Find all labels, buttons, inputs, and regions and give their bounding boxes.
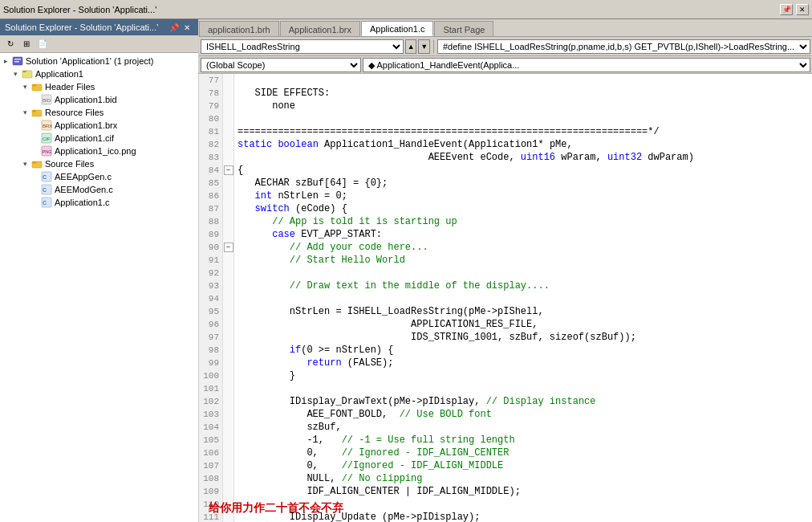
expand-icon-resource-files[interactable]: ▾ [19, 107, 30, 118]
tree-item-source-files[interactable]: ▾Source Files [0, 157, 198, 170]
tree-item-app1-cif[interactable]: CIFApplication1.cif [0, 132, 198, 145]
close-button[interactable]: ✕ [796, 4, 809, 15]
code-line-27: AEE_FONT_BOLD, // Use BOLD font [238, 408, 809, 421]
code-line-11: switch (eCode) { [238, 202, 809, 215]
tree-label-source-files: Source Files [45, 159, 94, 169]
expand-icon-source-files[interactable]: ▾ [19, 158, 30, 169]
code-line-2: SIDE EFFECTS: [238, 87, 809, 100]
context-dropdown[interactable]: (Global Scope) [201, 58, 361, 72]
svg-rect-18 [32, 161, 36, 164]
tab-tab1[interactable]: application1.brh [199, 21, 279, 36]
separator [433, 40, 434, 53]
tree-label-app1-brx: Application1.brx [55, 120, 117, 130]
code-line-1 [238, 74, 809, 87]
tree-item-header-files[interactable]: ▾Header Files [0, 80, 198, 93]
tree-item-app1[interactable]: ▾Application1 [0, 67, 198, 80]
code-line-19: nStrLen = ISHELL_LoadResString(pMe->pISh… [238, 305, 809, 318]
file-icon-app1c: C [40, 197, 53, 208]
code-line-3: none [238, 100, 809, 112]
svg-text:C: C [43, 174, 47, 180]
se-titlebar: Solution Explorer - Solution 'Applicati.… [0, 19, 198, 35]
file-icon-app1-brx: BRX [40, 120, 53, 131]
tab-tab3[interactable]: Application1.c [361, 21, 434, 36]
context-func-dropdown[interactable]: ◆ Application1_HandleEvent(Applica... [363, 58, 810, 72]
expand-icon-app1[interactable]: ▾ [10, 68, 21, 80]
file-icon-aeemodgen: C [40, 184, 53, 195]
tree-item-app1-png[interactable]: PNGApplication1_ico.png [0, 145, 198, 157]
svg-text:BRX: BRX [43, 124, 52, 128]
code-line-9: AECHAR szBuf[64] = {0}; [238, 177, 809, 190]
code-line-23: return (FALSE); [238, 357, 809, 369]
code-line-6: static boolean Application1_HandleEvent(… [238, 138, 809, 151]
svg-rect-4 [22, 71, 26, 72]
expand-icon-app1-brx [29, 120, 40, 131]
top-bar-title: Solution Explorer - Solution 'Applicati.… [3, 5, 777, 14]
tree-label-aeeappgen: AEEAppGen.c [55, 172, 112, 181]
tree-label-aeemodgen: AEEModGen.c [55, 185, 113, 194]
svg-text:C: C [43, 187, 47, 193]
top-bar: Solution Explorer - Solution 'Applicati.… [0, 0, 812, 19]
tab-tab2[interactable]: Application1.brx [280, 21, 360, 36]
code-line-13: case EVT_APP_START: [238, 228, 809, 241]
file-icon-header-files [30, 81, 43, 92]
code-line-17: // Draw text in the middle of the displa… [238, 279, 809, 292]
collapse-button-1[interactable]: − [224, 165, 233, 175]
tree-item-app1c[interactable]: CApplication1.c [0, 196, 198, 209]
svg-rect-10 [32, 110, 36, 112]
expand-icon-header-files[interactable]: ▾ [19, 81, 30, 92]
se-title: Solution Explorer - Solution 'Applicati.… [5, 22, 168, 32]
context-row: (Global Scope) ◆ Application1_HandleEven… [199, 56, 812, 74]
svg-text:C: C [43, 200, 47, 206]
code-line-33: IDF_ALIGN_CENTER | IDF_ALIGN_MIDDLE); [238, 485, 809, 498]
code-line-34 [238, 498, 809, 511]
tree-item-resource-files[interactable]: ▾Resource Files [0, 106, 198, 119]
se-props-button[interactable]: ⊞ [19, 38, 34, 51]
code-line-32: NULL, // No clipping [238, 472, 809, 485]
tree-item-aeeappgen[interactable]: CAEEAppGen.c [0, 170, 198, 183]
se-pin-button[interactable]: 📌 [168, 22, 181, 33]
func-prev-button[interactable]: ▲ [405, 39, 417, 54]
pin-button[interactable]: 📌 [780, 4, 793, 15]
tree-item-app1-bid[interactable]: BIDApplication1.bid [0, 93, 198, 106]
code-line-26: IDisplay_DrawText(pMe->pIDisplay, // Dis… [238, 395, 809, 408]
tree-label-resource-files: Resource Files [45, 108, 104, 117]
code-line-7: AEEEvent eCode, uint16 wParam, uint32 dw… [238, 151, 809, 164]
file-icon-app1-bid: BID [40, 94, 53, 105]
editor-area: application1.brhApplication1.brxApplicat… [199, 19, 812, 522]
code-line-10: int nStrLen = 0; [238, 190, 809, 202]
code-line-16 [238, 267, 809, 279]
file-icon-aeeappgen: C [40, 171, 53, 182]
code-area: 7778798081828384858687888990919293949596… [199, 74, 812, 522]
collapse-button-2[interactable]: − [224, 243, 233, 252]
expand-icon-aeeappgen [29, 171, 40, 182]
code-collapse: − − [223, 74, 234, 522]
tree-label-app1-bid: Application1.bid [55, 95, 117, 104]
expand-icon-app1-png [29, 145, 40, 157]
code-line-25 [238, 382, 809, 395]
function-dropdown[interactable]: ISHELL_LoadResString [201, 39, 404, 54]
func-next-button[interactable]: ▼ [418, 39, 430, 54]
expand-icon-app1-cif [29, 133, 40, 144]
tree-label-app1-png: Application1_ico.png [55, 146, 136, 156]
tree-item-aeemodgen[interactable]: CAEEModGen.c [0, 183, 198, 196]
tab-tab4[interactable]: Start Page [434, 21, 493, 36]
expand-icon-app1c [29, 197, 40, 208]
code-content[interactable]: SIDE EFFECTS: none =====================… [234, 74, 812, 522]
tree-item-solution[interactable]: ▸Solution 'Application1' (1 project) [0, 55, 198, 67]
nav-dropdown[interactable]: #define ISHELL_LoadResString(p,pname,id,… [437, 39, 810, 54]
code-line-29: -1, // -1 = Use full string length [238, 434, 809, 447]
expand-icon-app1-bid [29, 94, 40, 105]
expand-icon-solution[interactable]: ▸ [0, 55, 11, 67]
se-close-button[interactable]: ✕ [181, 22, 193, 33]
svg-rect-6 [32, 84, 36, 87]
file-icon-solution [11, 55, 24, 67]
se-show-all-button[interactable]: 📄 [35, 38, 50, 51]
main-layout: Solution Explorer - Solution 'Applicati.… [0, 19, 812, 522]
code-line-35: IDisplay_Update (pMe->pIDisplay); [238, 511, 809, 522]
solution-explorer: Solution Explorer - Solution 'Applicati.… [0, 19, 199, 522]
se-refresh-button[interactable]: ↻ [3, 38, 18, 51]
tree-label-app1: Application1 [35, 69, 83, 79]
tree-item-app1-brx[interactable]: BRXApplication1.brx [0, 119, 198, 132]
code-line-15: // Start Hello World [238, 254, 809, 267]
file-icon-resource-files [30, 107, 43, 118]
